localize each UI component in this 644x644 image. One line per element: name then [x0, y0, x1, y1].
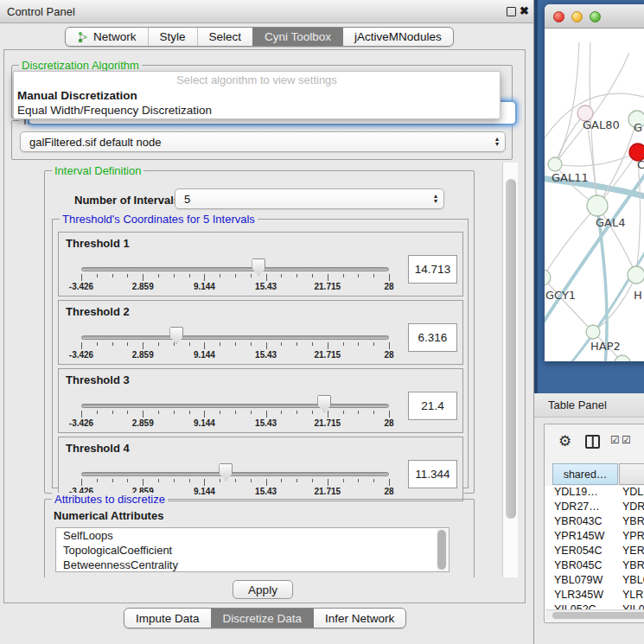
number-of-intervals-value: 5 [184, 193, 190, 206]
algorithm-dropdown-popup: Select algorithm to view settings Manual… [13, 71, 501, 119]
network-view-window: GAL80GCGAL11GAL4GCY1HHAP2 [545, 4, 644, 361]
float-window-icon[interactable] [507, 7, 516, 16]
network-graph: GAL80GCGAL11GAL4GCY1HHAP2 [545, 29, 644, 361]
slider-track[interactable] [81, 335, 389, 340]
table-row[interactable]: YBR043CYBR0 [545, 515, 644, 530]
slider-thumb[interactable] [219, 463, 233, 481]
network-node-gcy1[interactable] [545, 270, 551, 285]
threshold-value-field[interactable]: 6.316 [408, 323, 457, 352]
cyni-toolbox-content: Discretization Algorithm Select algorith… [3, 49, 526, 603]
select-columns-icon[interactable]: ☑ [610, 434, 620, 446]
tab-impute-data[interactable]: Impute Data [124, 609, 211, 628]
table-panel-title: Table Panel [548, 399, 607, 411]
network-node-label: HAP2 [590, 340, 621, 353]
discretization-algorithm-title: Discretization Algorithm [19, 59, 142, 72]
apply-button[interactable]: Apply [233, 580, 293, 599]
control-panel-titlebar: Control Panel ✖ [0, 0, 533, 23]
minimize-window-icon[interactable] [571, 11, 583, 22]
algorithm-option[interactable]: Equal Width/Frequency Discretization [14, 103, 500, 118]
network-node-gal11[interactable] [548, 157, 562, 171]
algorithm-option[interactable]: Manual Discretization [14, 88, 500, 103]
network-node-hap2[interactable] [586, 325, 600, 339]
threshold-label: Threshold 1 [66, 237, 130, 250]
threshold-value-field[interactable]: 14.713 [408, 255, 457, 284]
table-horizontal-scrollbar[interactable] [545, 609, 644, 620]
interval-definition-title: Interval Definition [52, 164, 143, 177]
slider-track[interactable] [81, 472, 389, 476]
zoom-window-icon[interactable] [590, 11, 601, 22]
close-window-icon[interactable] [553, 11, 564, 22]
network-node-gal4[interactable] [587, 195, 608, 216]
slider-thumb[interactable] [169, 327, 183, 344]
table-toolbar: ⚙ ☑ ☑ [545, 424, 644, 461]
network-canvas[interactable]: GAL80GCGAL11GAL4GCY1HHAP2 [545, 29, 644, 361]
attribute-item[interactable]: SelfLoops [56, 528, 449, 543]
tab-label: Style [160, 30, 186, 43]
tab-label: Network [93, 30, 137, 43]
table-row[interactable]: YBR045CYBR0 [545, 559, 644, 574]
column-header-name[interactable]: n [619, 463, 644, 485]
table-row[interactable]: YBL079WYBL0 [545, 574, 644, 589]
threshold-panel: Threshold 4 -3.4262.8599.14415.4321.7152… [58, 437, 463, 501]
threshold-panel: Threshold 2 -3.4262.8599.14415.4321.7152… [58, 300, 463, 365]
network-graph-icon [77, 31, 89, 43]
numerical-attributes-label: Numerical Attributes [54, 509, 163, 522]
tab-jactivemnodules[interactable]: jActiveMNodules [342, 28, 453, 46]
numerical-attributes-list[interactable]: SelfLoopsTopologicalCoefficientBetweenne… [55, 527, 450, 572]
table-row[interactable]: YDL19…YDL1 [545, 486, 644, 501]
attribute-item[interactable]: BetweennessCentrality [56, 558, 449, 572]
tab-select[interactable]: Select [197, 28, 253, 46]
threshold-value-field[interactable]: 21.4 [408, 392, 457, 420]
table-data-combobox[interactable]: galFiltered.sif default node ▴▾ [20, 131, 506, 152]
gear-icon[interactable]: ⚙ [558, 432, 571, 450]
select-all-icon[interactable]: ☑ [622, 434, 631, 446]
algorithm-hint: Select algorithm to view settings [14, 73, 500, 88]
table-panel-body: ⚙ ☑ ☑ shared… n YDL19…YDL1YDR27…YDR2YBR0… [534, 418, 644, 644]
slider-tick-labels: -3.4262.8599.14415.4321.71528 [81, 418, 389, 429]
number-of-intervals-label: Number of Intervals [74, 194, 180, 207]
slider-track[interactable] [81, 267, 389, 271]
tab-discretize-data[interactable]: Discretize Data [211, 609, 314, 628]
slider-thumb[interactable] [252, 258, 265, 276]
network-node-label: C [637, 158, 644, 171]
attributes-list-scrollbar-thumb[interactable] [437, 530, 446, 570]
tab-cyni-toolbox[interactable]: Cyni Toolbox [252, 28, 342, 46]
threshold-panel: Threshold 3 -3.4262.8599.14415.4321.7152… [58, 368, 463, 433]
column-layout-icon[interactable] [585, 435, 600, 449]
table-rows: YDL19…YDL1YDR27…YDR2YBR043CYBR0YPR145WYP… [545, 486, 644, 618]
table-row[interactable]: YPR145WYPR1 [545, 530, 644, 545]
table-data-combo-value: galFiltered.sif default node [29, 136, 161, 149]
tab-label: Impute Data [136, 612, 200, 625]
thresholds-coordinates-title: Threshold's Coordinates for 5 Intervals [60, 213, 258, 226]
network-node-h[interactable] [628, 266, 644, 284]
bottom-tab-bar: Impute Data Discretize Data Infer Networ… [124, 608, 406, 628]
network-node-label: G [634, 121, 642, 134]
attributes-list-scrollbar[interactable] [437, 529, 448, 572]
network-node-label: GAL11 [552, 171, 589, 184]
slider-track[interactable] [81, 404, 389, 408]
table-row[interactable]: YLR345WYLR3 [545, 589, 644, 603]
tab-label: Select [209, 30, 242, 43]
top-tab-bar: Network Style Select Cyni Toolbox jActiv… [65, 27, 454, 47]
table-row[interactable]: YDR27…YDR2 [545, 501, 644, 515]
threshold-value-field[interactable]: 11.344 [408, 460, 457, 488]
close-panel-icon[interactable]: ✖ [520, 4, 529, 17]
number-of-intervals-combobox[interactable]: 5 ▴▾ [175, 188, 444, 209]
settings-scrollbar-thumb[interactable] [506, 179, 516, 519]
right-area: GAL80GCGAL11GAL4GCY1HHAP2 Table Panel ⚙ … [533, 0, 644, 644]
tab-label: Cyni Toolbox [265, 30, 331, 43]
tab-label: Infer Network [325, 612, 394, 625]
table-row[interactable]: YER054CYER0 [545, 545, 644, 559]
tab-label: Discretize Data [223, 612, 303, 625]
interval-definition-group: Interval Definition Number of Intervals … [44, 170, 475, 494]
tab-network[interactable]: Network [66, 28, 148, 46]
table-hscrollbar-thumb[interactable] [552, 612, 644, 619]
tab-style[interactable]: Style [148, 28, 197, 46]
tab-infer-network[interactable]: Infer Network [313, 609, 405, 628]
settings-vertical-scrollbar[interactable] [502, 163, 518, 577]
column-header-shared-name[interactable]: shared… [552, 463, 618, 485]
slider-thumb[interactable] [317, 395, 331, 412]
network-node-label: GAL4 [596, 216, 625, 229]
network-node-label: H [634, 289, 642, 302]
attribute-item[interactable]: TopologicalCoefficient [56, 543, 449, 558]
